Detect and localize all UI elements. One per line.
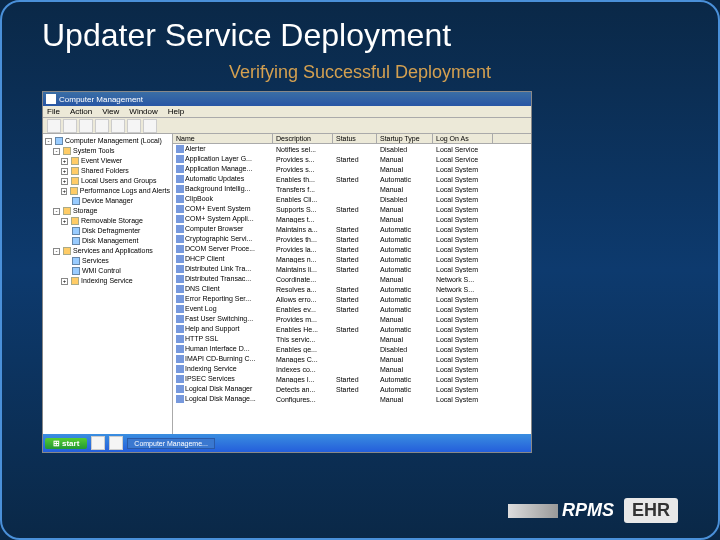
tree-item[interactable]: +Performance Logs and Alerts (45, 186, 170, 196)
service-row[interactable]: Application Manage...Provides s...Manual… (173, 164, 531, 174)
service-row[interactable]: IPSEC ServicesManages I...StartedAutomat… (173, 374, 531, 384)
col-status[interactable]: Status (333, 134, 377, 143)
taskbar-task[interactable]: Computer Manageme... (127, 438, 215, 449)
gear-icon (176, 235, 184, 243)
service-row[interactable]: COM+ Event SystemSupports S...StartedMan… (173, 204, 531, 214)
list-header[interactable]: Name Description Status Startup Type Log… (173, 134, 531, 144)
service-row[interactable]: Application Layer G...Provides s...Start… (173, 154, 531, 164)
toolbar-forward-icon[interactable] (63, 119, 77, 133)
menu-file[interactable]: File (47, 107, 60, 116)
gear-icon (176, 175, 184, 183)
service-row[interactable]: Indexing ServiceIndexes co...ManualLocal… (173, 364, 531, 374)
gear-icon (176, 395, 184, 403)
service-row[interactable]: Fast User Switching...Provides m...Manua… (173, 314, 531, 324)
services-list[interactable]: AlerterNotifies sel...DisabledLocal Serv… (173, 144, 531, 404)
toolbar-export-icon[interactable] (127, 119, 141, 133)
ehr-logo: EHR (624, 498, 678, 523)
menu-window[interactable]: Window (129, 107, 157, 116)
gear-icon (176, 315, 184, 323)
gear-icon (176, 385, 184, 393)
gear-icon (176, 145, 184, 153)
quick-launch-icon[interactable] (91, 436, 105, 450)
windows-logo-icon: ⊞ (53, 439, 60, 448)
gear-icon (176, 365, 184, 373)
col-startup[interactable]: Startup Type (377, 134, 433, 143)
tree-item[interactable]: Disk Defragmenter (45, 226, 170, 236)
gear-icon (176, 345, 184, 353)
tree-item[interactable]: Device Manager (45, 196, 170, 206)
service-row[interactable]: DNS ClientResolves a...StartedAutomaticN… (173, 284, 531, 294)
toolbar-help-icon[interactable] (143, 119, 157, 133)
list-pane: Name Description Status Startup Type Log… (173, 134, 531, 434)
tree-item[interactable]: +Removable Storage (45, 216, 170, 226)
page-title: Updater Service Deployment (42, 17, 678, 54)
gear-icon (176, 305, 184, 313)
gear-icon (176, 185, 184, 193)
toolbar (43, 118, 531, 134)
col-name[interactable]: Name (173, 134, 273, 143)
service-row[interactable]: Error Reporting Ser...Allows erro...Star… (173, 294, 531, 304)
service-row[interactable]: Human Interface D...Enables ge...Disable… (173, 344, 531, 354)
gear-icon (176, 195, 184, 203)
tree-item[interactable]: +Indexing Service (45, 276, 170, 286)
tree-item[interactable]: +Local Users and Groups (45, 176, 170, 186)
toolbar-refresh-icon[interactable] (111, 119, 125, 133)
tree-item[interactable]: -Services and Applications (45, 246, 170, 256)
service-row[interactable]: DHCP ClientManages n...StartedAutomaticL… (173, 254, 531, 264)
gear-icon (176, 155, 184, 163)
tree-item[interactable]: Disk Management (45, 236, 170, 246)
service-row[interactable]: Help and SupportEnables He...StartedAuto… (173, 324, 531, 334)
gear-icon (176, 215, 184, 223)
quick-launch-icon[interactable] (109, 436, 123, 450)
service-row[interactable]: IMAPI CD-Burning C...Manages C...ManualL… (173, 354, 531, 364)
menubar: File Action View Window Help (43, 106, 531, 118)
gear-icon (176, 245, 184, 253)
gear-icon (176, 355, 184, 363)
service-row[interactable]: Automatic UpdatesEnables th...StartedAut… (173, 174, 531, 184)
service-row[interactable]: HTTP SSLThis servic...ManualLocal System (173, 334, 531, 344)
service-row[interactable]: DCOM Server Proce...Provides la...Starte… (173, 244, 531, 254)
service-row[interactable]: Distributed Link Tra...Maintains li...St… (173, 264, 531, 274)
service-row[interactable]: Logical Disk Manage...Configures...Manua… (173, 394, 531, 404)
gear-icon (176, 335, 184, 343)
tree-pane[interactable]: -Computer Management (Local)-System Tool… (43, 134, 173, 434)
tree-item[interactable]: -Storage (45, 206, 170, 216)
col-logon[interactable]: Log On As (433, 134, 493, 143)
service-row[interactable]: Logical Disk ManagerDetects an...Started… (173, 384, 531, 394)
service-row[interactable]: Event LogEnables ev...StartedAutomaticLo… (173, 304, 531, 314)
tree-item[interactable]: +Event Viewer (45, 156, 170, 166)
window-titlebar[interactable]: Computer Management (43, 92, 531, 106)
gear-icon (176, 225, 184, 233)
tree-item[interactable]: -System Tools (45, 146, 170, 156)
service-row[interactable]: ClipBookEnables Cli...DisabledLocal Syst… (173, 194, 531, 204)
tree-item[interactable]: Services (45, 256, 170, 266)
service-row[interactable]: Computer BrowserMaintains a...StartedAut… (173, 224, 531, 234)
toolbar-properties-icon[interactable] (95, 119, 109, 133)
service-row[interactable]: Cryptographic Servi...Provides th...Star… (173, 234, 531, 244)
menu-help[interactable]: Help (168, 107, 184, 116)
tree-item[interactable]: -Computer Management (Local) (45, 136, 170, 146)
toolbar-up-icon[interactable] (79, 119, 93, 133)
col-description[interactable]: Description (273, 134, 333, 143)
menu-action[interactable]: Action (70, 107, 92, 116)
service-row[interactable]: AlerterNotifies sel...DisabledLocal Serv… (173, 144, 531, 154)
gear-icon (176, 275, 184, 283)
taskbar: ⊞ start Computer Manageme... (43, 434, 531, 452)
footer-logo: RPMS EHR (508, 498, 678, 523)
tree-item[interactable]: WMI Control (45, 266, 170, 276)
service-row[interactable]: Distributed Transac...Coordinate...Manua… (173, 274, 531, 284)
gear-icon (176, 205, 184, 213)
app-icon (46, 94, 56, 104)
start-button[interactable]: ⊞ start (45, 438, 87, 449)
toolbar-back-icon[interactable] (47, 119, 61, 133)
mmc-window: Computer Management File Action View Win… (42, 91, 532, 453)
window-title: Computer Management (59, 95, 143, 104)
gear-icon (176, 295, 184, 303)
gear-icon (176, 265, 184, 273)
tree-item[interactable]: +Shared Folders (45, 166, 170, 176)
page-subtitle: Verifying Successful Deployment (42, 62, 678, 83)
service-row[interactable]: Background Intellig...Transfers f...Manu… (173, 184, 531, 194)
menu-view[interactable]: View (102, 107, 119, 116)
service-row[interactable]: COM+ System Appli...Manages t...ManualLo… (173, 214, 531, 224)
rpms-logo: RPMS (508, 500, 614, 521)
